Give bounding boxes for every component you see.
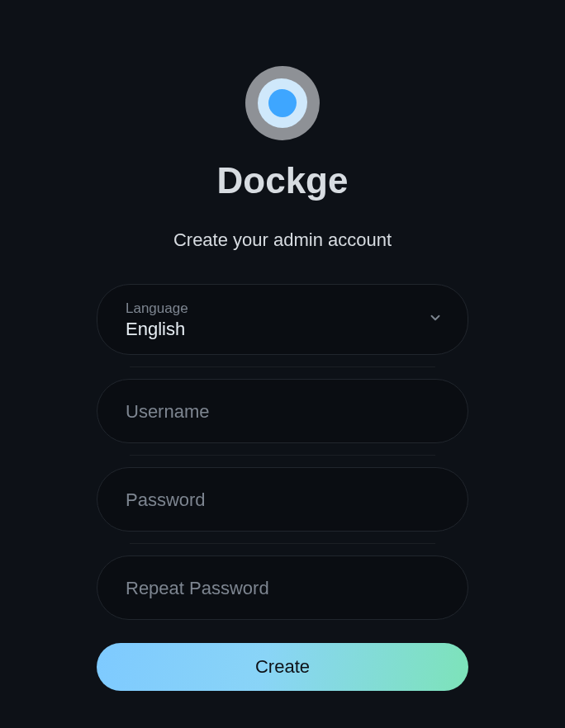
logo-inner <box>258 78 307 128</box>
username-input[interactable] <box>126 401 439 423</box>
username-field-wrap <box>97 379 468 443</box>
language-label: Language <box>126 300 439 317</box>
repeat-password-input[interactable] <box>126 578 439 599</box>
page-subtitle: Create your admin account <box>173 229 392 251</box>
divider <box>130 455 435 456</box>
create-button[interactable]: Create <box>97 643 468 691</box>
dockge-logo <box>245 66 320 140</box>
password-field-wrap <box>97 467 468 532</box>
logo-core <box>268 89 297 117</box>
repeat-password-field-wrap <box>97 555 468 620</box>
password-input[interactable] <box>126 489 439 511</box>
language-value: English <box>126 319 439 340</box>
divider <box>130 366 435 367</box>
app-title: Dockge <box>217 160 349 201</box>
language-select[interactable]: Language English <box>97 284 468 355</box>
setup-form: Language English Create <box>97 284 468 691</box>
chevron-down-icon <box>428 310 443 329</box>
divider <box>130 543 435 544</box>
